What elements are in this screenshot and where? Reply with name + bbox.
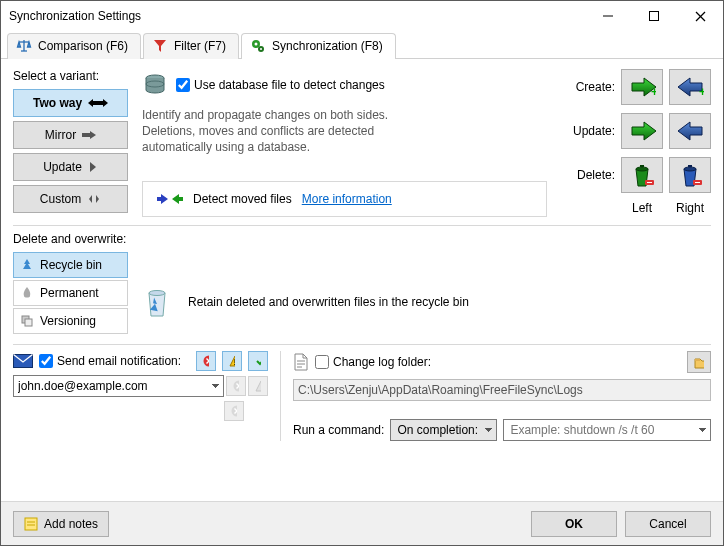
delete-description: Retain deleted and overwritten files in …	[188, 295, 469, 309]
variant-custom[interactable]: Custom	[13, 185, 128, 213]
flame-icon	[20, 286, 34, 300]
permanent-label: Permanent	[40, 286, 99, 300]
svg-rect-18	[647, 182, 652, 183]
tab-synchronization[interactable]: Synchronization (F8)	[241, 33, 396, 59]
detect-moved-box: Detect moved files More information	[142, 181, 547, 217]
variant-custom-label: Custom	[40, 192, 81, 206]
versioning-label: Versioning	[40, 314, 96, 328]
left-caption: Left	[621, 201, 663, 215]
right-caption: Right	[669, 201, 711, 215]
delete-right-button[interactable]	[669, 157, 711, 193]
svg-rect-22	[695, 182, 700, 183]
notify-warning-disabled-toggle[interactable]	[248, 376, 268, 396]
stack-icon	[20, 314, 34, 328]
notify-error-toggle[interactable]	[196, 351, 216, 371]
command-when-select[interactable]: On completion:	[390, 419, 497, 441]
create-right-button[interactable]: +	[669, 69, 711, 105]
variant-two-way-label: Two way	[33, 96, 82, 110]
email-checkbox-label[interactable]: Send email notification:	[39, 354, 190, 368]
cancel-button[interactable]: Cancel	[625, 511, 711, 537]
cancel-label: Cancel	[649, 517, 686, 531]
svg-rect-1	[650, 12, 659, 21]
log-checkbox-label[interactable]: Change log folder:	[315, 355, 431, 369]
footer: Add notes OK Cancel	[1, 501, 723, 545]
minimize-button[interactable]	[585, 1, 631, 31]
delete-left-button[interactable]	[621, 157, 663, 193]
email-checkbox[interactable]	[39, 354, 53, 368]
email-input[interactable]	[13, 375, 224, 397]
svg-rect-16	[640, 165, 644, 167]
permanent-option[interactable]: Permanent	[13, 280, 128, 306]
database-icon	[142, 73, 168, 97]
notify-success-toggle[interactable]	[248, 351, 268, 371]
svg-point-19	[684, 167, 696, 171]
svg-rect-24	[25, 319, 32, 326]
funnel-icon	[152, 38, 168, 54]
delete-label: Delete:	[569, 168, 615, 182]
delete-overwrite-label: Delete and overwrite:	[13, 232, 711, 246]
tab-filter[interactable]: Filter (F7)	[143, 33, 239, 59]
svg-text:+: +	[699, 85, 704, 99]
panel-delete-overwrite: Delete and overwrite: Recycle bin Perman…	[13, 232, 711, 345]
divider	[280, 351, 281, 441]
panel-variant: Select a variant: Two way Mirror Update	[13, 69, 711, 226]
tabs: Comparison (F6) Filter (F7) Synchronizat…	[1, 31, 723, 59]
update-right-button[interactable]	[669, 113, 711, 149]
diamond-icon	[87, 194, 101, 204]
svg-point-15	[636, 167, 648, 171]
variant-label: Select a variant:	[13, 69, 128, 83]
log-checkbox-text: Change log folder:	[333, 355, 431, 369]
svg-text:+: +	[651, 85, 656, 99]
tab-content: Select a variant: Two way Mirror Update	[1, 59, 723, 501]
variant-description: Identify and propagate changes on both s…	[142, 107, 402, 156]
create-left-button[interactable]: +	[621, 69, 663, 105]
recycle-bin-large-icon	[140, 284, 174, 320]
update-left-button[interactable]	[621, 113, 663, 149]
chevron-right-icon	[88, 162, 98, 172]
close-button[interactable]	[677, 1, 723, 31]
tab-comparison[interactable]: Comparison (F6)	[7, 33, 141, 59]
tab-label: Filter (F7)	[174, 39, 226, 53]
ok-button[interactable]: OK	[531, 511, 617, 537]
maximize-button[interactable]	[631, 1, 677, 31]
svg-rect-41	[695, 359, 700, 361]
tab-label: Synchronization (F8)	[272, 39, 383, 53]
panel-misc: Send email notification:	[13, 351, 711, 441]
database-checkbox-text: Use database file to detect changes	[194, 78, 385, 92]
gears-icon	[250, 38, 266, 54]
update-label: Update:	[569, 124, 615, 138]
tab-label: Comparison (F6)	[38, 39, 128, 53]
email-checkbox-text: Send email notification:	[57, 354, 181, 368]
variant-mirror-label: Mirror	[45, 128, 76, 142]
recycle-bin-option[interactable]: Recycle bin	[13, 252, 128, 278]
notify-error-disabled2-toggle[interactable]	[224, 401, 244, 421]
log-path-input[interactable]	[293, 379, 711, 401]
recycle-bin-label: Recycle bin	[40, 258, 102, 272]
notify-warning-toggle[interactable]	[222, 351, 242, 371]
more-information-link[interactable]: More information	[302, 192, 392, 206]
variant-update[interactable]: Update	[13, 153, 128, 181]
window-title: Synchronization Settings	[9, 9, 585, 23]
document-icon	[293, 353, 309, 371]
note-icon	[24, 517, 38, 531]
left-right-arrows-icon	[157, 192, 183, 206]
command-input[interactable]	[503, 419, 711, 441]
add-notes-label: Add notes	[44, 517, 98, 531]
svg-point-10	[260, 48, 262, 50]
variant-mirror[interactable]: Mirror	[13, 121, 128, 149]
recycle-icon	[20, 258, 34, 272]
svg-rect-42	[25, 518, 37, 530]
detect-moved-label: Detect moved files	[193, 192, 292, 206]
log-checkbox[interactable]	[315, 355, 329, 369]
browse-folder-button[interactable]	[687, 351, 711, 373]
ok-label: OK	[565, 517, 583, 531]
envelope-icon	[13, 354, 33, 368]
versioning-option[interactable]: Versioning	[13, 308, 128, 334]
database-checkbox-label[interactable]: Use database file to detect changes	[176, 78, 385, 92]
run-command-label: Run a command:	[293, 423, 384, 437]
add-notes-button[interactable]: Add notes	[13, 511, 109, 537]
notify-error-disabled-toggle[interactable]	[226, 376, 246, 396]
variant-two-way[interactable]: Two way	[13, 89, 128, 117]
database-checkbox[interactable]	[176, 78, 190, 92]
svg-point-25	[149, 291, 165, 296]
